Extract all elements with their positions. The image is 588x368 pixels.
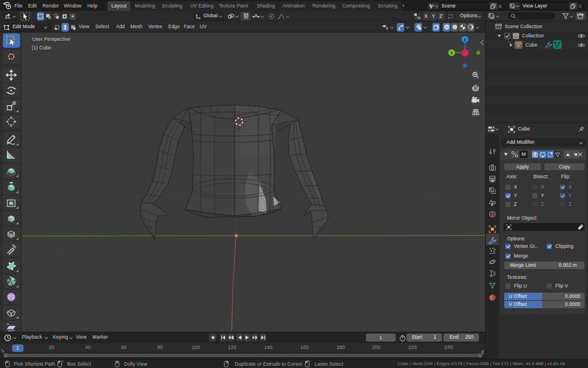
svg-text:Y: Y <box>450 51 454 56</box>
svg-text:Z: Z <box>463 37 466 43</box>
